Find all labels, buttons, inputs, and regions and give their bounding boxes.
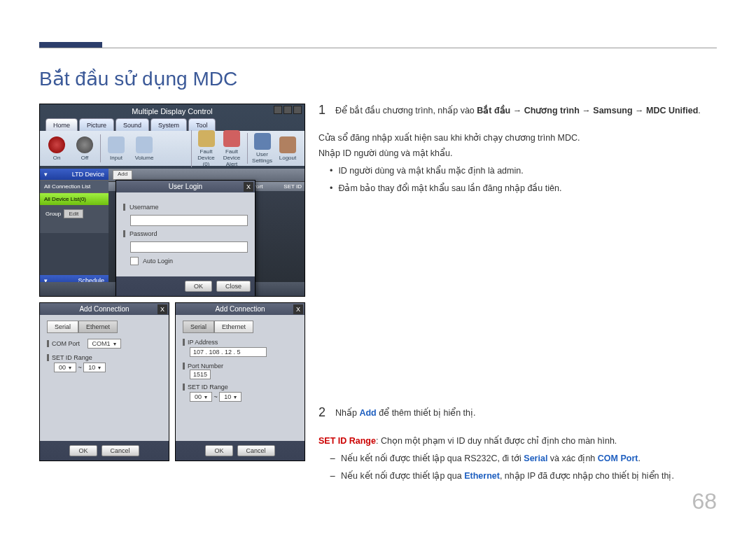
ribbon-logout: Logout [279, 155, 296, 161]
figures-column: Multiple Display Control Home Picture So… [39, 104, 305, 461]
s1-sub2: Nhập ID người dùng và mật khẩu. [318, 146, 717, 161]
s2d2c: , nhập IP đã được nhập cho thiết bị hiển… [500, 471, 674, 481]
tab-home: Home [46, 118, 78, 132]
s2a: Nhấp [335, 408, 359, 418]
s1c: . [698, 106, 700, 115]
ac-to: 10 [83, 363, 106, 372]
login-dialog: User LoginX Username Password Auto Login… [115, 180, 255, 297]
ribbon-fault: Fault Device (0) [197, 148, 214, 167]
s1a: Để bắt đầu chương trình, nhấp vào [335, 106, 477, 115]
s1b1a: ID người dùng và mật khẩu mặc định là [338, 166, 497, 176]
s2d1c: và xác định [547, 454, 597, 463]
col-sid: SET ID [284, 183, 302, 190]
tb-add: Add [113, 170, 132, 180]
ribbon-input: Input [110, 155, 122, 161]
ac-from: 00 [54, 363, 76, 372]
ribbon-user: User Settings [252, 151, 272, 164]
addconn-ethernet: Add ConnectionX SerialEthernet IP Addres… [175, 302, 305, 461]
s1b1b: admin [497, 166, 521, 176]
ac-title2: Add Connection [215, 305, 265, 313]
login-pass-lbl: Password [130, 230, 158, 237]
ac-portnum-lbl: Port Number [188, 363, 223, 370]
s2c: để thêm thiết bị hiển thị. [377, 408, 476, 418]
sb-edit: Edit [64, 209, 83, 218]
s2-d1: Nếu kết nối được thiết lập qua RS232C, đ… [330, 451, 717, 466]
s2sidb: : Chọn một phạm vi ID duy nhất được chỉ … [376, 436, 617, 446]
close-icon: X [158, 304, 167, 314]
page-number: 68 [692, 489, 717, 514]
login-auto: Auto Login [143, 258, 173, 265]
s2b: Add [359, 408, 376, 418]
s2d1b: Serial [524, 454, 547, 463]
s1b: Bắt đầu → Chương trình → Samsung → MDC U… [477, 106, 698, 115]
s1b1c: . [521, 166, 523, 176]
ac-cancel: Cancel [102, 445, 139, 456]
ac-eth-tab2: Ethernet [214, 321, 253, 333]
s1-sub1: Cửa sổ đăng nhập xuất hiện sau khi khởi … [318, 131, 717, 146]
step2-sub: SET ID Range: Chọn một phạm vi ID duy nh… [318, 434, 717, 484]
close-icon: X [244, 182, 253, 192]
ac-eth-tab: Ethernet [78, 321, 118, 333]
sb-conn: All Connection List [40, 180, 108, 192]
s2d1d: COM Port [598, 454, 638, 463]
ribbon-off: Off [81, 155, 89, 161]
ac-from2: 00 [190, 392, 212, 402]
ac-ok: OK [69, 445, 97, 456]
step1-text: Để bắt đầu chương trình, nhấp vào Bắt đầ… [335, 104, 701, 118]
s2d1a: Nếu kết nối được thiết lập qua RS232C, đ… [341, 454, 524, 463]
login-ok: OK [185, 281, 212, 292]
ac-ip-val: 107 . 108 . 12 . 5 [190, 347, 267, 357]
step2-num: 2 [318, 406, 326, 421]
addconn-serial: Add ConnectionX SerialEthernet COM Port … [39, 302, 169, 461]
step2-text: Nhấp Add để thêm thiết bị hiển thị. [335, 406, 476, 421]
s2-d2: Nếu kết nối được thiết lập qua Ethernet,… [330, 469, 717, 484]
sb-ltd: LTD Device [72, 171, 104, 178]
s2sid: SET ID Range [318, 436, 376, 446]
sb-alldev: All Device List(0) [40, 192, 108, 205]
step1-sub: Cửa sổ đăng nhập xuất hiện sau khi khởi … [318, 131, 717, 196]
step1-num: 1 [318, 104, 326, 118]
login-user-lbl: Username [130, 204, 159, 211]
ac-ip-lbl: IP Address [188, 339, 218, 346]
app-title: Multiple Display Control [40, 104, 304, 118]
close-icon: X [293, 304, 303, 314]
header-rule [39, 48, 717, 48]
ac-title: Add Connection [79, 305, 129, 313]
header-accent [39, 42, 102, 48]
s1-b2: Đảm bảo thay đổi mật khẩu sau lần đăng n… [330, 181, 717, 196]
ac-port-val: 1515 [190, 370, 211, 379]
ac-serial-tab: Serial [47, 321, 78, 333]
tab-picture: Picture [79, 118, 114, 132]
ac-cancel2: Cancel [237, 445, 275, 456]
ac-sid-lbl2: SET ID Range [188, 384, 228, 391]
ac-ok2: OK [205, 445, 232, 456]
login-title: User Login [169, 183, 202, 190]
s2d1e: . [638, 454, 640, 463]
ac-comport-lbl: COM Port [52, 340, 80, 347]
tab-sound: Sound [115, 118, 149, 132]
ribbon-alert: Fault Device Alert [223, 148, 240, 167]
ac-sid-lbl: SET ID Range [52, 354, 92, 361]
sb-group: Group [46, 211, 61, 217]
ac-serial-tab2: Serial [183, 321, 214, 333]
ac-com1: COM1 [88, 339, 121, 349]
tab-system: System [150, 118, 187, 132]
s2d2b: Ethernet [464, 471, 500, 481]
ribbon-vol: Volume [135, 155, 154, 161]
app-screenshot: Multiple Display Control Home Picture So… [39, 104, 305, 297]
s1-b1: ID người dùng và mật khẩu mặc định là ad… [330, 164, 717, 178]
ac-to2: 10 [219, 392, 241, 402]
page-title: Bắt đầu sử dụng MDC [39, 67, 237, 90]
s2d2a: Nếu kết nối được thiết lập qua [341, 471, 464, 481]
ribbon-on: On [53, 155, 61, 161]
login-close: Close [216, 281, 251, 292]
text-column: 1 Để bắt đầu chương trình, nhấp vào Bắt … [318, 104, 717, 486]
window-controls [274, 106, 302, 114]
s1b2t: Đảm bảo thay đổi mật khẩu sau lần đăng n… [338, 181, 561, 196]
